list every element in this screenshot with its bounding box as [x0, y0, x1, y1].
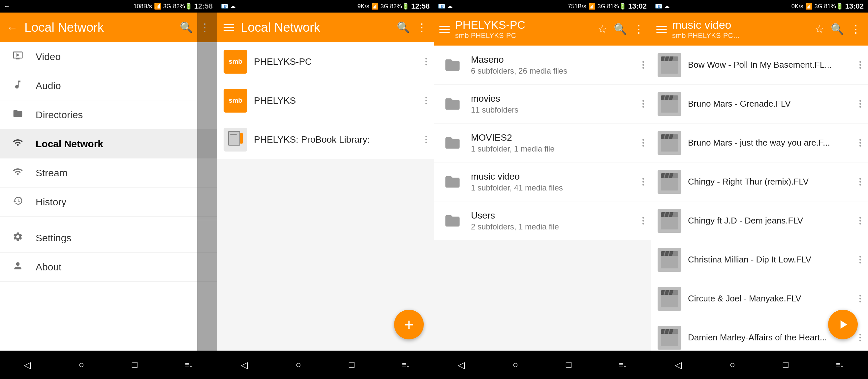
- list-item-music-video[interactable]: music video 1 subfolder, 41 media files: [434, 163, 651, 201]
- search-icon-1[interactable]: 🔍: [180, 21, 193, 34]
- menu-nav-btn[interactable]: ≡↓: [178, 357, 199, 372]
- wifi-4: 📶: [805, 3, 813, 10]
- clapperboard-icon-5: [661, 212, 678, 229]
- recent-nav-btn-4[interactable]: □: [776, 356, 795, 373]
- sidebar-label-settings: Settings: [36, 232, 71, 244]
- battery-icon: 82%🔋: [173, 3, 192, 10]
- notification-icons-2: 📧 ☁: [221, 3, 236, 10]
- more-btn-circute[interactable]: [860, 295, 861, 302]
- toolbar-title-3: PHELYKS-PC: [455, 19, 594, 31]
- sidebar-item-history[interactable]: History: [0, 187, 217, 216]
- search-icon-2[interactable]: 🔍: [397, 21, 410, 34]
- more-btn-bruno-just[interactable]: [860, 139, 861, 147]
- more-btn-bow-wow[interactable]: [860, 61, 861, 69]
- about-icon: [10, 261, 26, 273]
- list-item-users[interactable]: Users 2 subfolders, 1 media file: [434, 201, 651, 240]
- recent-nav-btn-3[interactable]: □: [559, 356, 578, 373]
- home-nav-btn[interactable]: ○: [72, 356, 91, 373]
- sidebar-item-settings[interactable]: Settings: [0, 224, 217, 253]
- status-left-icons: ←: [4, 3, 10, 10]
- menu-nav-btn-4[interactable]: ≡↓: [829, 357, 850, 372]
- more-icon-4[interactable]: ⋮: [850, 23, 861, 35]
- fab-play-4[interactable]: [828, 310, 858, 340]
- fab-add-2[interactable]: +: [394, 310, 424, 340]
- more-button-phelyks[interactable]: [426, 97, 427, 104]
- phelyks-pc-title: PHELYKS-PC: [254, 56, 426, 67]
- sidebar-item-directories[interactable]: Directories: [0, 100, 217, 129]
- notif-icon: 📧 ☁: [221, 3, 236, 10]
- list-item-movies2[interactable]: MOVIES2 1 subfolder, 1 media file: [434, 123, 651, 163]
- clapperboard-icon-6: [661, 251, 678, 268]
- svg-rect-3: [230, 136, 236, 136]
- signal-4: 3G 81%🔋: [814, 3, 843, 10]
- users-title: Users: [471, 210, 643, 221]
- search-icon-3[interactable]: 🔍: [614, 23, 627, 35]
- more-btn-chingy-right[interactable]: [860, 178, 861, 185]
- menu-nav-btn-2[interactable]: ≡↓: [395, 357, 416, 372]
- sidebar-item-video[interactable]: Video: [0, 42, 217, 71]
- more-button-probook[interactable]: [426, 136, 427, 143]
- sidebar-item-stream[interactable]: Stream: [0, 158, 217, 187]
- list-item-bruno-grenade[interactable]: Bruno Mars - Grenade.FLV: [651, 85, 868, 123]
- svg-rect-5: [240, 133, 243, 144]
- list-item-probook[interactable]: PHELYKS: ProBook Library:: [217, 120, 434, 159]
- search-icon-4[interactable]: 🔍: [831, 23, 844, 35]
- list-item-chingy-right[interactable]: Chingy - Right Thur (remix).FLV: [651, 163, 868, 201]
- more-btn-movies[interactable]: [643, 100, 644, 108]
- home-nav-btn-3[interactable]: ○: [506, 356, 525, 373]
- more-btn-users[interactable]: [643, 217, 644, 225]
- folder-icon-users: [441, 209, 464, 233]
- more-btn-chingy-dem[interactable]: [860, 217, 861, 225]
- recent-nav-btn[interactable]: □: [125, 356, 144, 373]
- back-nav-btn-2[interactable]: ◁: [234, 356, 255, 374]
- home-nav-btn-2[interactable]: ○: [289, 356, 308, 373]
- clapperboard-icon-8: [661, 329, 678, 346]
- status-bar-3: 📧 ☁ 751B/s 📶 3G 81%🔋 13:02: [434, 0, 651, 12]
- more-btn-movies2[interactable]: [643, 139, 644, 147]
- network-list: smb PHELYKS-PC smb PHELYKS: [217, 42, 434, 351]
- list-item-phelyks-pc[interactable]: smb PHELYKS-PC: [217, 42, 434, 81]
- sidebar-item-audio[interactable]: Audio: [0, 71, 217, 100]
- movies2-subtitle: 1 subfolder, 1 media file: [471, 144, 643, 153]
- more-btn-bruno-grenade[interactable]: [860, 100, 861, 108]
- hamburger-button-4[interactable]: [656, 26, 667, 33]
- sidebar-item-local-network[interactable]: Local Network: [0, 129, 217, 158]
- back-nav-btn[interactable]: ◁: [17, 356, 38, 374]
- back-nav-btn-3[interactable]: ◁: [451, 356, 472, 374]
- more-icon-3[interactable]: ⋮: [633, 23, 644, 35]
- recent-nav-btn-2[interactable]: □: [342, 356, 361, 373]
- toolbar-title-1: Local Network: [24, 21, 173, 35]
- hamburger-button-2[interactable]: [224, 24, 234, 31]
- bruno-grenade-content: Bruno Mars - Grenade.FLV: [688, 99, 860, 109]
- hamburger-button-3[interactable]: [439, 26, 450, 33]
- back-nav-btn-4[interactable]: ◁: [668, 356, 689, 374]
- star-icon-3[interactable]: ☆: [597, 23, 607, 35]
- toolbar-3: PHELYKS-PC smb PHELYKS-PC ☆ 🔍 ⋮: [434, 12, 651, 46]
- list-item-bruno-just[interactable]: Bruno Mars - just the way you are.F...: [651, 123, 868, 163]
- thumb-bruno-just: [658, 131, 681, 155]
- back-button[interactable]: ←: [7, 21, 18, 34]
- menu-nav-btn-3[interactable]: ≡↓: [612, 357, 633, 372]
- list-item-movies[interactable]: movies 11 subfolders: [434, 85, 651, 123]
- thumb-bruno-grenade: [658, 92, 681, 116]
- wifi-2: 📶: [371, 3, 379, 10]
- bruno-just-title: Bruno Mars - just the way you are.F...: [688, 138, 860, 148]
- list-item-chingy-dem[interactable]: Chingy ft J.D - Dem jeans.FLV: [651, 201, 868, 240]
- more-btn-maseno[interactable]: [643, 61, 644, 69]
- star-icon-4[interactable]: ☆: [814, 23, 824, 35]
- more-button-phelyks-pc[interactable]: [426, 58, 427, 65]
- list-item-christina[interactable]: Christina Millian - Dip It Low.FLV: [651, 240, 868, 279]
- more-btn-damien[interactable]: [860, 334, 861, 341]
- more-btn-music-video[interactable]: [643, 178, 644, 185]
- more-icon-2[interactable]: ⋮: [416, 21, 427, 34]
- list-item-phelyks[interactable]: smb PHELYKS: [217, 81, 434, 120]
- list-item-bow-wow[interactable]: Bow Wow - Poll In My Basement.FL...: [651, 46, 868, 85]
- sidebar-item-about[interactable]: About: [0, 253, 217, 282]
- more-btn-christina[interactable]: [860, 256, 861, 263]
- clock-4: 13:02: [845, 2, 864, 10]
- list-item-maseno[interactable]: Maseno 6 subfolders, 26 media files: [434, 46, 651, 85]
- home-nav-btn-4[interactable]: ○: [723, 356, 742, 373]
- bottom-nav-1: ◁ ○ □ ≡↓: [0, 351, 217, 379]
- notif-icon-4: 📧 ☁: [655, 3, 670, 10]
- sidebar-label-directories: Directories: [36, 109, 83, 120]
